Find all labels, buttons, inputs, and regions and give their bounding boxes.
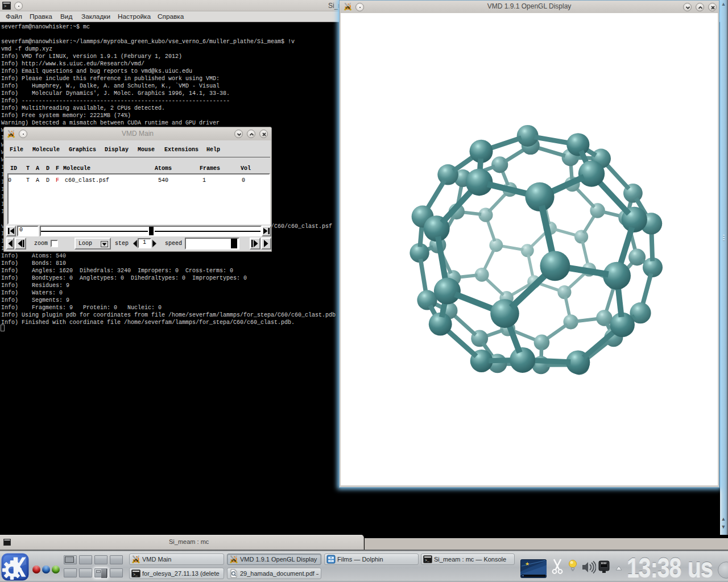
svg-text:>: >	[4, 4, 6, 9]
svg-text:>_: >_	[133, 573, 138, 577]
svg-text:>_: >_	[425, 559, 429, 563]
svg-text:★: ★	[525, 561, 530, 567]
